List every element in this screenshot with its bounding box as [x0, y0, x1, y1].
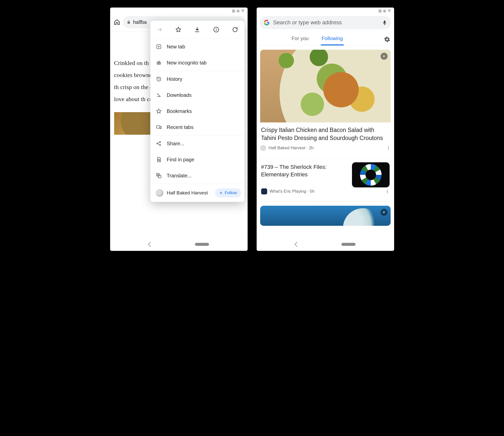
follow-button[interactable]: Follow [215, 188, 241, 197]
svg-point-3 [157, 63, 159, 64]
follow-label: Follow [225, 190, 237, 195]
menu-bookmarks[interactable]: Bookmarks [150, 103, 245, 119]
svg-rect-13 [384, 21, 385, 23]
more-vert-icon[interactable] [386, 146, 391, 150]
phone-left: halfba — HALF HAR Crinkled on th middle,… [110, 8, 248, 251]
forward-icon[interactable] [156, 26, 163, 33]
menu-label: New incognito tab [167, 60, 207, 66]
card-source: What's Eric Playing · 5h [270, 189, 383, 194]
gear-icon[interactable] [384, 36, 390, 42]
overflow-menu: New tab New incognito tab History Downlo… [150, 21, 245, 202]
plus-box-icon [156, 44, 162, 50]
card-image [260, 50, 391, 122]
source-favicon [260, 145, 266, 151]
card-meta: Half Baked Harvest · 2h [260, 144, 391, 156]
nav-home-pill[interactable] [195, 243, 209, 246]
svg-rect-12 [158, 175, 161, 178]
google-logo-icon [264, 20, 270, 26]
menu-share[interactable]: Share... [150, 135, 245, 152]
menu-label: Translate... [167, 173, 192, 179]
search-row: Search or type web address [257, 15, 394, 32]
feed-card[interactable]: Crispy Italian Chicken and Bacon Salad w… [260, 50, 391, 156]
card-meta: What's Eric Playing · 5h [261, 187, 390, 199]
svg-point-16 [388, 149, 389, 150]
search-bar[interactable]: Search or type web address [260, 16, 391, 29]
card-title: #739 – The Sherlock Files: Elementary En… [261, 162, 348, 178]
svg-rect-6 [160, 126, 161, 129]
reload-icon[interactable] [232, 26, 238, 33]
share-icon [156, 140, 162, 147]
mic-icon[interactable] [382, 19, 387, 26]
card-image [260, 206, 391, 226]
status-icon [241, 10, 245, 13]
feed-divider [257, 158, 394, 158]
history-icon [156, 76, 162, 82]
status-bar [257, 8, 394, 15]
nav-home-pill[interactable] [341, 243, 355, 246]
source-favicon [261, 188, 267, 194]
lock-icon [127, 20, 131, 24]
svg-point-19 [387, 192, 388, 193]
status-icon [383, 10, 386, 13]
more-vert-icon[interactable] [385, 189, 390, 194]
svg-point-7 [157, 143, 158, 144]
menu-label: New tab [167, 44, 185, 50]
site-favicon [156, 189, 163, 197]
system-nav-bar [110, 237, 248, 251]
menu-downloads[interactable]: Downloads [150, 87, 245, 103]
tab-following[interactable]: Following [321, 33, 344, 45]
menu-recent-tabs[interactable]: Recent tabs [150, 119, 245, 135]
translate-icon [156, 173, 162, 179]
menu-icon-row [150, 21, 245, 39]
svg-point-18 [387, 191, 388, 192]
status-icon [237, 10, 240, 13]
svg-point-14 [388, 146, 389, 147]
downloads-icon [156, 92, 162, 98]
svg-rect-0 [127, 22, 130, 24]
amp-badge-icon [381, 53, 388, 60]
find-page-icon [156, 157, 162, 163]
bookmark-star-icon [156, 108, 162, 114]
search-placeholder: Search or type web address [273, 19, 379, 26]
system-nav-bar [257, 237, 394, 251]
url-text: halfba [133, 19, 147, 25]
feed[interactable]: Crispy Italian Chicken and Bacon Salad w… [257, 46, 394, 237]
follow-site-name: Half Baked Harvest [167, 190, 212, 196]
incognito-icon [156, 60, 162, 66]
menu-follow-row: Half Baked Harvest Follow [150, 184, 245, 202]
menu-label: Share... [167, 141, 184, 147]
svg-point-8 [159, 141, 160, 142]
tab-for-you[interactable]: For you [291, 33, 310, 45]
amp-badge-icon [381, 209, 388, 216]
menu-new-incognito[interactable]: New incognito tab [150, 55, 245, 71]
plus-icon [219, 191, 223, 195]
nav-back-icon[interactable] [148, 242, 153, 247]
menu-label: Bookmarks [167, 108, 192, 114]
phone-right: Search or type web address For you Follo… [257, 8, 394, 251]
nav-back-icon[interactable] [295, 242, 300, 247]
svg-point-15 [388, 148, 389, 149]
menu-label: Find in page [167, 157, 194, 163]
info-icon[interactable] [213, 26, 220, 33]
svg-rect-5 [157, 126, 160, 128]
feed-tabs: For you Following [257, 32, 394, 46]
menu-translate[interactable]: Translate... [150, 168, 245, 184]
status-bar [110, 8, 248, 15]
svg-point-17 [387, 190, 388, 190]
status-icon [388, 10, 391, 13]
status-icon [379, 10, 382, 13]
menu-find-in-page[interactable]: Find in page [150, 152, 245, 168]
svg-point-9 [159, 144, 160, 146]
feed-card[interactable] [260, 206, 391, 226]
card-title: Crispy Italian Chicken and Bacon Salad w… [260, 122, 391, 144]
card-source: Half Baked Harvest · 2h [269, 146, 384, 151]
svg-point-4 [159, 63, 161, 64]
feed-divider [257, 201, 394, 202]
menu-history[interactable]: History [150, 71, 245, 87]
star-icon[interactable] [175, 26, 182, 33]
home-icon[interactable] [114, 19, 120, 25]
feed-card[interactable]: #739 – The Sherlock Files: Elementary En… [260, 162, 391, 199]
menu-label: Recent tabs [167, 124, 194, 130]
menu-new-tab[interactable]: New tab [150, 39, 245, 55]
download-icon[interactable] [194, 26, 200, 33]
